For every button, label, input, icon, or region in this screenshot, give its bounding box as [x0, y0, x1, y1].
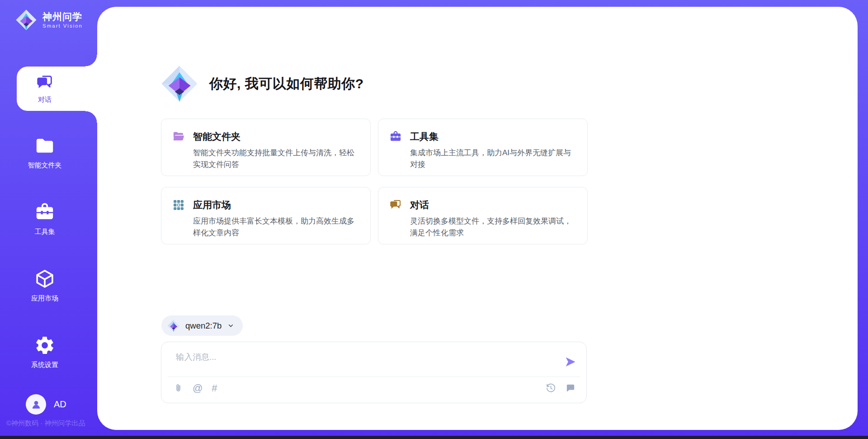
paperclip-icon[interactable]	[173, 383, 184, 393]
chevron-down-icon	[227, 322, 235, 329]
chat-icon	[36, 74, 54, 92]
card-description: 应用市场提供丰富长文本模板，助力高效生成多样化文章内容	[193, 215, 359, 239]
card-description: 集成市场上主流工具，助力AI与外界无缝扩展与对接	[410, 147, 576, 170]
model-selector[interactable]: qwen2:7b	[161, 315, 243, 336]
folder-open-icon	[172, 130, 185, 143]
toolbox-icon	[389, 130, 402, 143]
app-window: 神州问学 Smart Vision 对话 智能文件夹 工具集 应用市场 系统设置	[0, 0, 868, 439]
card-toolset[interactable]: 工具集 集成市场上主流工具，助力AI与外界无缝扩展与对接	[378, 119, 588, 176]
chat-bubble-icon[interactable]	[565, 383, 576, 393]
card-title: 工具集	[410, 130, 439, 143]
toolbox-icon	[34, 202, 55, 223]
composer-divider	[168, 377, 580, 377]
sidebar-item-label: 智能文件夹	[28, 161, 62, 170]
send-icon	[564, 356, 576, 368]
feature-cards: 智能文件夹 智能文件夹功能支持批量文件上传与清洗，轻松实现文件问答 工具集 集成…	[161, 119, 588, 244]
gear-icon	[34, 335, 55, 356]
model-logo-icon	[167, 320, 180, 332]
composer-toolbar: @ #	[173, 383, 576, 393]
sidebar-item-app-market[interactable]: 应用市场	[0, 268, 90, 303]
sidebar-item-smart-folder[interactable]: 智能文件夹	[0, 135, 90, 170]
card-title: 应用市场	[193, 199, 231, 211]
sidebar-item-label: 工具集	[35, 228, 55, 236]
mention-icon[interactable]: @	[193, 383, 203, 393]
sidebar-item-toolset[interactable]: 工具集	[0, 202, 90, 236]
card-app-market[interactable]: 应用市场 应用市场提供丰富长文本模板，助力高效生成多样化文章内容	[161, 187, 371, 244]
sidebar: 神州问学 Smart Vision 对话 智能文件夹 工具集 应用市场 系统设置	[0, 0, 97, 439]
person-icon	[30, 399, 42, 410]
message-input[interactable]	[175, 350, 543, 374]
user-profile[interactable]: AD	[26, 394, 66, 415]
window-bottom-edge	[0, 436, 868, 439]
send-button[interactable]	[564, 356, 576, 368]
folder-icon	[34, 135, 55, 156]
brand: 神州问学 Smart Vision	[15, 9, 83, 31]
user-name: AD	[54, 399, 66, 410]
history-icon[interactable]	[546, 383, 556, 393]
hash-icon[interactable]: #	[212, 383, 217, 393]
cube-icon	[34, 268, 55, 289]
copyright-footer: ©神州数码 · 神州问学出品	[6, 419, 85, 428]
brand-name: 神州问学	[42, 11, 83, 22]
sidebar-item-label: 应用市场	[31, 294, 58, 303]
model-name: qwen2:7b	[185, 321, 222, 331]
card-title: 对话	[410, 199, 429, 211]
greeting-title: 你好, 我可以如何帮助你?	[209, 75, 364, 93]
card-description: 智能文件夹功能支持批量文件上传与清洗，轻松实现文件问答	[193, 147, 359, 170]
brand-logo-icon	[15, 9, 37, 31]
sidebar-item-settings[interactable]: 系统设置	[0, 335, 90, 369]
card-smart-folder[interactable]: 智能文件夹 智能文件夹功能支持批量文件上传与清洗，轻松实现文件问答	[161, 119, 371, 176]
sidebar-item-chat-active[interactable]: 对话	[17, 67, 97, 111]
greeting-hero: 你好, 我可以如何帮助你?	[160, 65, 364, 103]
hero-logo-icon	[160, 65, 198, 103]
sidebar-item-label: 对话	[38, 95, 52, 104]
card-chat[interactable]: 对话 灵活切换多模型文件，支持多样回复效果调试，满足个性化需求	[378, 187, 588, 244]
card-description: 灵活切换多模型文件，支持多样回复效果调试，满足个性化需求	[410, 215, 576, 239]
message-composer: @ #	[161, 342, 587, 403]
avatar	[26, 394, 46, 415]
sidebar-item-label: 系统设置	[31, 361, 58, 369]
card-title: 智能文件夹	[193, 130, 241, 143]
brand-subtitle: Smart Vision	[42, 23, 83, 29]
chat-icon	[389, 199, 402, 211]
grid-icon	[172, 199, 185, 211]
